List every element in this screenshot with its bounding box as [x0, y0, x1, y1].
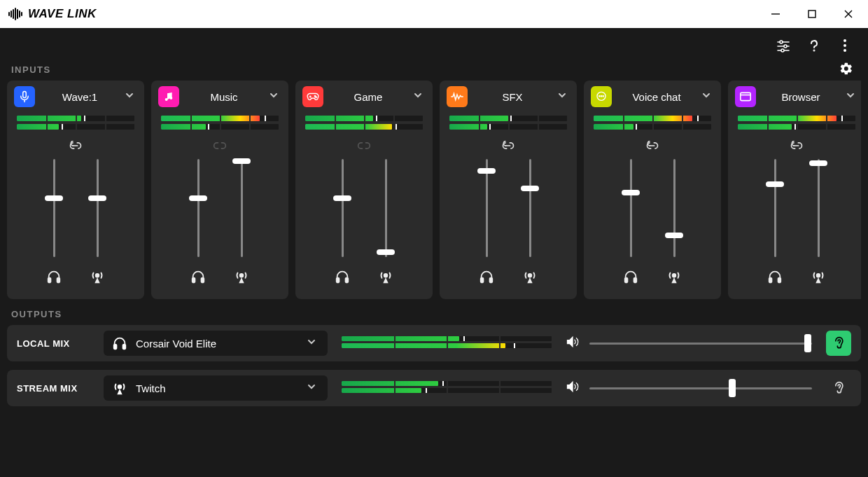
output-device-select[interactable]: Corsair Void Elite	[104, 331, 328, 356]
window-minimize-button[interactable]	[767, 6, 784, 22]
link-faders-toggle[interactable]	[14, 141, 137, 151]
headphones-icon[interactable]	[623, 268, 638, 285]
fader-thumb[interactable]	[622, 190, 640, 195]
svg-point-42	[601, 96, 601, 97]
svg-rect-53	[778, 278, 781, 282]
channel-name[interactable]: Voice chat	[619, 91, 694, 103]
link-faders-toggle[interactable]	[302, 141, 426, 151]
fader-thumb[interactable]	[665, 233, 683, 238]
fader-thumb[interactable]	[232, 158, 251, 164]
output-row-local: LOCAL MIX Corsair Void Elite	[7, 325, 861, 361]
fader-track[interactable]	[53, 159, 55, 257]
waveform-icon[interactable]	[447, 86, 468, 107]
chevron-down-icon[interactable]	[269, 90, 281, 103]
volume-thumb[interactable]	[729, 379, 736, 397]
headphones-icon[interactable]	[479, 268, 494, 285]
volume-slider[interactable]	[589, 343, 812, 345]
fader-thumb[interactable]	[521, 186, 539, 191]
speaker-icon[interactable]	[566, 335, 580, 352]
monitor-toggle[interactable]	[826, 331, 851, 356]
more-menu-icon[interactable]	[837, 38, 853, 53]
channel-name[interactable]: SFX	[475, 91, 550, 103]
headphones-icon[interactable]	[190, 268, 206, 285]
fader-thumb[interactable]	[766, 181, 784, 187]
level-meter	[17, 116, 134, 121]
outputs-section: OUTPUTS LOCAL MIX Corsair Void Elite STR…	[7, 309, 861, 406]
output-label: LOCAL MIX	[17, 338, 90, 349]
speaker-icon[interactable]	[566, 380, 580, 396]
chevron-down-icon[interactable]	[125, 90, 137, 103]
link-faders-toggle[interactable]	[447, 141, 570, 151]
broadcast-icon[interactable]	[234, 268, 249, 285]
svg-point-43	[603, 96, 603, 97]
headphones-icon[interactable]	[767, 268, 783, 285]
chevron-down-icon[interactable]	[701, 90, 714, 103]
level-meter	[342, 381, 552, 386]
chevron-down-icon[interactable]	[846, 90, 858, 103]
headphones-icon[interactable]	[335, 268, 350, 285]
fader-track[interactable]	[673, 159, 676, 257]
volume-thumb[interactable]	[804, 334, 811, 352]
fader-thumb[interactable]	[477, 168, 496, 174]
broadcast-icon[interactable]	[90, 268, 105, 285]
link-faders-toggle[interactable]	[735, 141, 858, 151]
svg-marker-58	[568, 337, 573, 346]
svg-point-21	[165, 98, 168, 101]
level-meter	[305, 116, 423, 121]
svg-rect-49	[741, 92, 750, 100]
window-close-button[interactable]	[840, 6, 857, 22]
fader-thumb[interactable]	[88, 195, 106, 201]
help-icon[interactable]	[806, 38, 822, 53]
chevron-down-icon[interactable]	[557, 90, 570, 103]
channel-name[interactable]: Music	[186, 91, 262, 103]
fader-thumb[interactable]	[189, 195, 207, 201]
svg-point-30	[316, 97, 317, 98]
fader-thumb[interactable]	[45, 195, 63, 201]
window-maximize-button[interactable]	[804, 6, 820, 22]
fader-thumb[interactable]	[333, 195, 351, 201]
output-device-select[interactable]: Twitch	[104, 375, 328, 401]
link-faders-toggle[interactable]	[591, 141, 714, 151]
volume-slider[interactable]	[589, 387, 812, 389]
channel-meters	[449, 116, 567, 132]
link-faders-toggle[interactable]	[158, 141, 281, 151]
fader-track[interactable]	[342, 159, 344, 257]
music-note-icon[interactable]	[158, 86, 179, 107]
broadcast-icon[interactable]	[522, 268, 538, 285]
fader-thumb[interactable]	[809, 160, 827, 166]
fader-track[interactable]	[529, 159, 531, 257]
window-icon[interactable]	[735, 86, 756, 107]
fader-track[interactable]	[385, 159, 387, 257]
channel-name[interactable]: Wave:1	[42, 91, 118, 103]
headphones-icon[interactable]	[46, 268, 62, 285]
channel-name[interactable]: Browser	[763, 91, 839, 103]
broadcast-icon[interactable]	[666, 268, 682, 285]
svg-point-5	[780, 41, 783, 43]
fader-track[interactable]	[630, 159, 632, 257]
level-meter	[342, 343, 552, 348]
channel-meters	[594, 116, 711, 132]
chat-icon[interactable]	[591, 86, 612, 107]
mic-icon[interactable]	[14, 86, 35, 107]
broadcast-icon[interactable]	[378, 268, 393, 285]
svg-point-7	[784, 45, 787, 48]
mixer-settings-icon[interactable]	[776, 38, 791, 53]
inputs-settings-gear-icon[interactable]	[839, 61, 854, 76]
svg-rect-14	[23, 92, 27, 98]
monitor-toggle[interactable]	[826, 375, 851, 401]
broadcast-icon[interactable]	[811, 268, 826, 285]
chevron-down-icon[interactable]	[413, 90, 426, 103]
fader-track[interactable]	[774, 159, 776, 257]
window-controls	[767, 6, 861, 22]
fader-track[interactable]	[197, 159, 200, 257]
gamepad-icon[interactable]	[302, 86, 323, 107]
fader-thumb[interactable]	[377, 249, 395, 255]
svg-marker-60	[117, 389, 122, 394]
fader-track[interactable]	[97, 159, 99, 257]
output-device-name: Corsair Void Elite	[136, 338, 298, 350]
fader-track[interactable]	[818, 159, 820, 257]
channel-name[interactable]: Game	[330, 91, 406, 103]
svg-point-11	[844, 39, 846, 42]
fader-track[interactable]	[241, 159, 243, 257]
fader-track[interactable]	[486, 159, 488, 257]
